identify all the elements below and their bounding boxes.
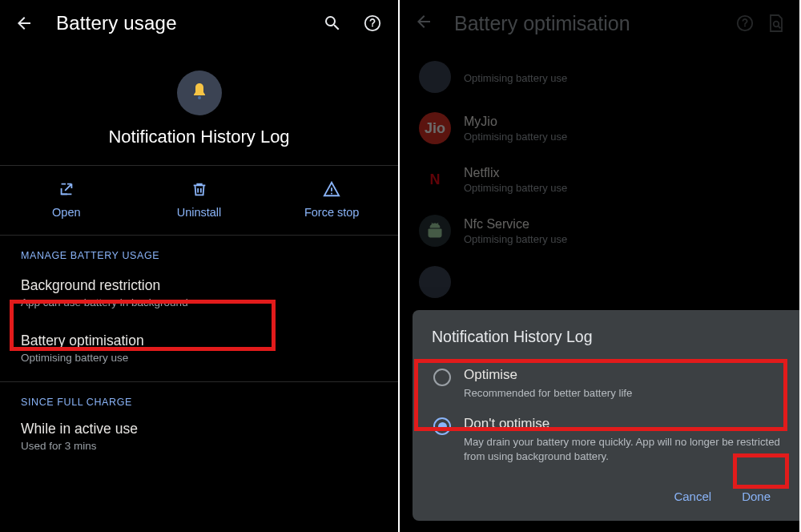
app-icon <box>419 215 451 247</box>
svg-point-4 <box>774 22 779 27</box>
background-restriction-title: Background restriction <box>21 277 377 294</box>
optimisation-dialog: Notification History Log Optimise Recomm… <box>413 310 799 521</box>
app-icon: N <box>419 163 451 195</box>
app-row[interactable]: Nfc ServiceOptimising battery use <box>400 205 799 256</box>
while-active-subtitle: Used for 3 mins <box>21 440 377 452</box>
app-name: MyJio <box>464 115 567 129</box>
section-manage-label: MANAGE BATTERY USAGE <box>0 236 398 266</box>
page-title: Battery optimisation <box>454 12 735 35</box>
option-dont-optimise-desc: May drain your battery more quickly. App… <box>464 435 782 464</box>
topbar: Battery optimisation <box>400 0 799 46</box>
dialog-actions: Cancel Done <box>432 483 782 510</box>
battery-optimisation-subtitle: Optimising battery use <box>21 352 377 364</box>
battery-optimisation-screen: Battery optimisation Optimising battery … <box>400 0 799 532</box>
search-icon[interactable] <box>321 12 344 34</box>
app-subtitle: Optimising battery use <box>464 233 567 245</box>
svg-point-2 <box>331 192 332 194</box>
uninstall-label: Uninstall <box>177 206 222 219</box>
help-icon[interactable] <box>735 14 755 33</box>
force-stop-label: Force stop <box>304 206 360 219</box>
topbar: Battery usage <box>0 0 398 46</box>
find-in-page-icon[interactable] <box>767 14 785 33</box>
app-subtitle: Optimising battery use <box>464 182 567 194</box>
app-icon <box>177 71 222 115</box>
uninstall-button[interactable]: Uninstall <box>133 180 266 219</box>
action-row: Open Uninstall Force stop <box>0 166 398 235</box>
app-name: Notification History Log <box>0 127 398 147</box>
option-optimise-desc: Recommended for better battery life <box>464 386 632 401</box>
app-name: Netflix <box>464 166 567 180</box>
while-active-item[interactable]: While in active use Used for 3 mins <box>0 413 398 465</box>
page-title: Battery usage <box>56 12 304 34</box>
back-icon[interactable] <box>14 14 34 33</box>
app-subtitle: Optimising battery use <box>464 72 567 84</box>
battery-usage-screen: Battery usage Notification History Log O… <box>0 0 400 532</box>
section-charge-label: SINCE FULL CHARGE <box>0 382 398 413</box>
done-button[interactable]: Done <box>731 483 782 510</box>
app-name: Nfc Service <box>464 217 567 232</box>
open-button[interactable]: Open <box>0 180 133 219</box>
dialog-title: Notification History Log <box>432 328 782 346</box>
radio-checked-icon <box>433 417 451 435</box>
option-optimise[interactable]: Optimise Recommended for better battery … <box>432 359 782 409</box>
radio-unchecked-icon <box>433 369 451 386</box>
background-restriction-item[interactable]: Background restriction App can use batte… <box>0 266 398 321</box>
while-active-title: While in active use <box>21 421 377 437</box>
app-icon: Jio <box>419 112 451 144</box>
option-optimise-label: Optimise <box>464 367 632 383</box>
battery-optimisation-title: Battery optimisation <box>21 332 377 349</box>
app-header: Notification History Log <box>0 46 398 165</box>
force-stop-button[interactable]: Force stop <box>265 180 398 219</box>
app-icon <box>419 266 451 298</box>
app-row[interactable]: NNetflixOptimising battery use <box>400 154 799 205</box>
app-row[interactable] <box>400 256 799 308</box>
help-icon[interactable] <box>361 12 384 34</box>
app-icon <box>419 61 451 93</box>
app-row[interactable]: JioMyJioOptimising battery use <box>400 103 799 154</box>
battery-optimisation-item[interactable]: Battery optimisation Optimising battery … <box>0 321 398 377</box>
back-icon[interactable] <box>414 12 433 34</box>
cancel-button[interactable]: Cancel <box>662 483 723 510</box>
open-label: Open <box>52 206 80 219</box>
background-restriction-subtitle: App can use battery in background <box>21 296 377 308</box>
option-dont-optimise-label: Don't optimise <box>464 416 782 432</box>
svg-rect-1 <box>198 96 201 99</box>
app-row[interactable]: Optimising battery use <box>400 51 799 103</box>
option-dont-optimise[interactable]: Don't optimise May drain your battery mo… <box>432 408 782 472</box>
app-subtitle: Optimising battery use <box>464 131 567 143</box>
